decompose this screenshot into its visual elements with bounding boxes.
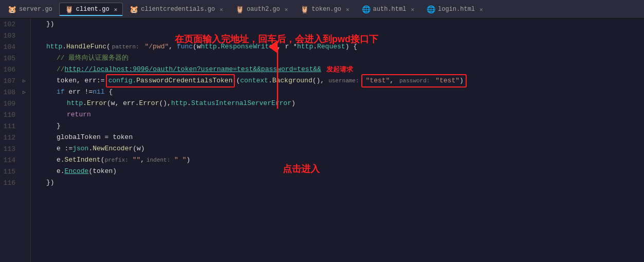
owl-icon: 🦉 [65,5,73,14]
gutter-row-104: 104 [0,41,30,53]
tab-label: server.go [19,6,52,13]
code-line-108: if err != nil { [36,86,639,98]
tab-label-5: auth.html [373,6,407,13]
go-icon-2: 🐹 [130,5,138,14]
tab-login-html[interactable]: 🌐 login.html ✕ [421,3,489,16]
tab-clientcredentials-go[interactable]: 🐹 clientcredentials.go ✕ [124,3,229,16]
code-line-116: }) [36,177,639,188]
code-line-113: e := json. NewEncoder (w) [36,143,639,154]
gutter-row-112: 112 [0,132,30,143]
gutter-row-115: 115 [0,166,30,177]
gutter-row-108: 108 ▷ [0,86,30,98]
close-icon-2[interactable]: ✕ [219,6,223,13]
tab-label-active: client.go [76,6,109,13]
tab-label-3: oauth2.go [247,6,280,13]
code-line-102: }) [36,19,639,30]
gutter-row-114: 114 [0,154,30,166]
code-line-112: globalToken = token [36,132,639,143]
code-line-106: // http://localhost:9096/oauth/token?use… [36,64,639,75]
tab-token-go[interactable]: 🦉 token.go ✕ [295,3,355,16]
code-line-110: return [36,109,639,120]
gutter-row-113: 113 [0,143,30,154]
code-content: }) http.HandleFunc( pattern: "/pwd", fun… [31,19,644,262]
gutter-row-107: 107 ▷ [0,75,30,86]
code-line-103 [36,30,639,41]
gutter-row-106: 106 [0,64,30,75]
gutter-row-110: 110 [0,109,30,120]
code-line-107: token, err := config.PasswordCredentials… [36,75,639,86]
tab-label-6: login.html [438,6,475,13]
gutter-row-105: 105 [0,53,30,64]
close-icon-4[interactable]: ✕ [346,6,349,13]
gutter-row-109: 109 [0,98,30,109]
close-icon-3[interactable]: ✕ [285,6,288,13]
tab-client-go[interactable]: 🦉 client.go ✕ [59,3,123,16]
tab-auth-html[interactable]: 🌐 auth.html ✕ [356,3,420,16]
tab-label-4: token.go [311,6,341,13]
code-line-109: http. Error (w, err. Error (), http. Sta… [36,98,639,109]
code-line-104: http.HandleFunc( pattern: "/pwd", func(w… [36,41,639,53]
line-gutter: 102 103 104 105 106 107 ▷ 108 ▷ 109 [0,19,31,262]
html-icon-2: 🌐 [427,5,435,14]
go-icon: 🐹 [8,5,16,14]
gutter-row-116: 116 [0,177,30,188]
owl-icon-3: 🦉 [300,5,309,14]
tab-label-2: clientcredentials.go [141,6,215,13]
gutter-row-102: 102 [0,19,30,30]
code-line-114: e. SetIndent ( prefix: "" , indent: " " … [36,154,639,166]
editor: 102 103 104 105 106 107 ▷ 108 ▷ 109 [0,19,644,262]
owl-icon-2: 🦉 [235,5,244,14]
close-icon-6[interactable]: ✕ [480,6,483,13]
close-icon-5[interactable]: ✕ [411,6,414,13]
close-icon[interactable]: ✕ [114,6,118,13]
html-icon: 🌐 [362,5,371,14]
tab-bar: 🐹 server.go 🦉 client.go ✕ 🐹 clientcreden… [0,0,644,19]
gutter-row-111: 111 [0,120,30,132]
code-line-115: e. Encode (token) [36,166,639,177]
tab-server-go[interactable]: 🐹 server.go [2,3,58,16]
gutter-row-103: 103 [0,30,30,41]
code-line-105: // 最终向认证服务器的 [36,53,639,64]
code-line-111: } [36,120,639,132]
tab-oauth2-go[interactable]: 🦉 oauth2.go ✕ [230,3,293,16]
